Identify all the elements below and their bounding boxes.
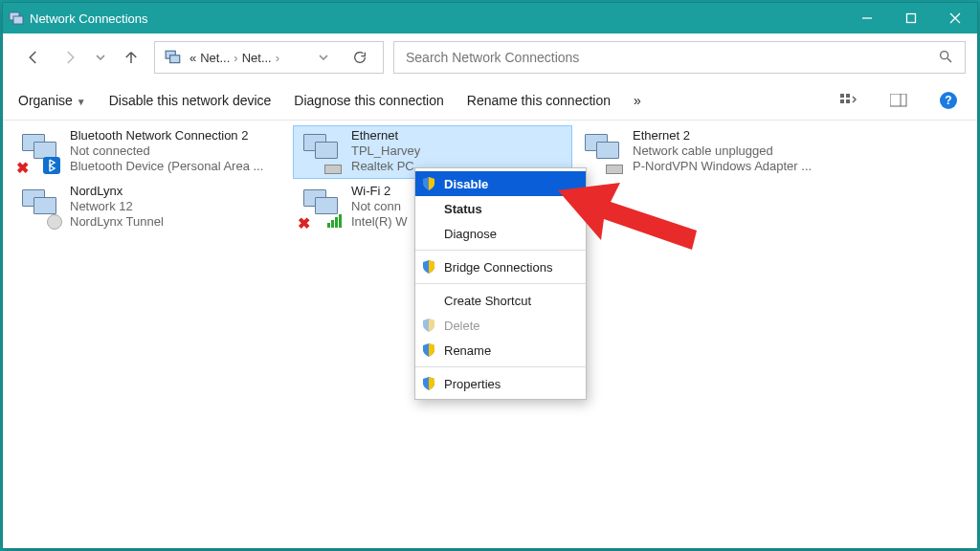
forward-button[interactable] <box>56 44 83 71</box>
connection-device: Bluetooth Device (Personal Area ... <box>70 159 263 174</box>
connection-item-ethernet2[interactable]: Ethernet 2 Network cable unplugged P-Nor… <box>575 126 853 178</box>
breadcrumb[interactable]: « Net... › Net... › <box>189 51 279 65</box>
ctx-item-label: Create Shortcut <box>444 294 531 308</box>
diagnose-button[interactable]: Diagnose this connection <box>294 93 443 108</box>
svg-line-9 <box>947 58 951 62</box>
window-controls <box>845 3 977 33</box>
ctx-item-label: Status <box>444 202 482 216</box>
ctx-diagnose[interactable]: Diagnose <box>415 221 586 246</box>
shield-icon <box>421 318 436 333</box>
connection-status: Not conn <box>351 199 408 214</box>
window-frame: Network Connections <box>2 2 978 549</box>
app-icon <box>9 11 24 26</box>
overflow-button[interactable]: » <box>634 93 641 108</box>
disable-device-button[interactable]: Disable this network device <box>109 93 272 108</box>
connection-device: Intel(R) W <box>351 214 408 230</box>
separator <box>415 366 586 367</box>
ethernet-plug-icon <box>606 165 623 174</box>
error-x-icon: ✖ <box>298 214 313 230</box>
separator <box>415 250 586 251</box>
refresh-button[interactable] <box>346 50 373 65</box>
maximize-button[interactable] <box>889 3 933 33</box>
shield-icon <box>421 259 436 275</box>
connection-status: Network cable unplugged <box>633 143 812 159</box>
ctx-item-label: Bridge Connections <box>444 260 552 275</box>
breadcrumb-item: Net... <box>242 51 272 65</box>
ctx-item-label: Properties <box>444 377 501 391</box>
ctx-disable[interactable]: Disable <box>415 171 586 196</box>
connection-device: Realtek PC <box>351 159 420 174</box>
rename-button[interactable]: Rename this connection <box>467 93 611 108</box>
ctx-item-label: Disable <box>444 177 488 191</box>
connection-name: NordLynx <box>70 184 164 199</box>
connection-name: Ethernet 2 <box>633 128 812 143</box>
ethernet-plug-icon <box>324 165 342 174</box>
connection-name: Wi-Fi 2 <box>351 184 408 199</box>
bluetooth-icon <box>43 157 60 174</box>
navigation-bar: « Net... › Net... › Search Network Conne… <box>3 33 977 83</box>
preview-pane-button[interactable] <box>885 89 912 112</box>
separator <box>415 283 586 284</box>
connection-name: Ethernet <box>351 128 420 143</box>
error-x-icon: ✖ <box>16 159 32 174</box>
help-button[interactable]: ? <box>935 89 962 112</box>
chevron-right-icon: › <box>276 51 279 65</box>
help-icon: ? <box>940 92 957 109</box>
view-options-button[interactable] <box>835 89 862 112</box>
svg-rect-7 <box>170 55 180 63</box>
organise-menu[interactable]: Organise▼ <box>18 93 86 108</box>
connection-status: Not connected <box>70 143 263 159</box>
search-icon <box>938 49 953 67</box>
chevron-down-icon[interactable] <box>318 52 329 63</box>
shield-icon <box>421 376 436 391</box>
connection-name: Bluetooth Network Connection 2 <box>70 128 263 143</box>
ctx-delete: Delete <box>415 313 586 338</box>
connection-device: P-NordVPN Windows Adapter ... <box>633 159 812 174</box>
recent-locations-button[interactable] <box>93 44 108 71</box>
connection-device: NordLynx Tunnel <box>70 214 164 230</box>
breadcrumb-item: Net... <box>200 51 230 65</box>
back-button[interactable] <box>20 44 47 71</box>
up-button[interactable] <box>118 44 145 71</box>
connection-item-bluetooth[interactable]: ✖ Bluetooth Network Connection 2 Not con… <box>12 126 290 178</box>
ctx-properties[interactable]: Properties <box>415 371 586 396</box>
ctx-create-shortcut[interactable]: Create Shortcut <box>415 288 586 313</box>
svg-rect-11 <box>846 94 850 98</box>
location-icon <box>165 49 182 66</box>
breadcrumb-prefix: « <box>189 51 196 65</box>
connection-status: Network 12 <box>70 199 164 214</box>
shield-icon <box>421 342 436 358</box>
ctx-status[interactable]: Status <box>415 196 586 221</box>
search-input[interactable]: Search Network Connections <box>393 41 966 74</box>
title-bar: Network Connections <box>3 3 977 33</box>
shield-icon <box>421 176 436 191</box>
ctx-item-label: Delete <box>444 319 480 333</box>
chevron-right-icon: › <box>234 51 237 65</box>
svg-point-8 <box>941 51 948 58</box>
minimize-button[interactable] <box>845 3 889 33</box>
search-placeholder: Search Network Connections <box>406 50 579 65</box>
address-bar[interactable]: « Net... › Net... › <box>154 41 384 74</box>
ctx-item-label: Diagnose <box>444 227 497 241</box>
svg-rect-1 <box>13 16 23 24</box>
adapter-icon: ✖ <box>298 184 344 230</box>
context-menu: Disable Status Diagnose Bridge Connectio… <box>414 167 587 400</box>
svg-rect-3 <box>907 14 916 23</box>
svg-rect-14 <box>890 94 906 106</box>
close-button[interactable] <box>933 3 977 33</box>
connection-item-nordlynx[interactable]: NordLynx Network 12 NordLynx Tunnel <box>12 182 290 233</box>
wifi-bars-icon <box>327 214 342 228</box>
organise-label: Organise <box>18 93 73 108</box>
svg-rect-13 <box>846 99 850 103</box>
ctx-rename[interactable]: Rename <box>415 338 586 363</box>
command-bar: Organise▼ Disable this network device Di… <box>3 83 977 121</box>
adapter-icon <box>16 184 62 230</box>
chevron-down-icon: ▼ <box>77 97 86 107</box>
connection-status: TPL_Harvey <box>351 143 420 159</box>
tunnel-icon <box>47 214 62 230</box>
adapter-icon: ✖ <box>16 128 62 174</box>
ctx-bridge[interactable]: Bridge Connections <box>415 254 586 279</box>
adapter-icon <box>298 128 344 174</box>
svg-rect-10 <box>840 94 844 98</box>
svg-rect-12 <box>840 99 844 103</box>
